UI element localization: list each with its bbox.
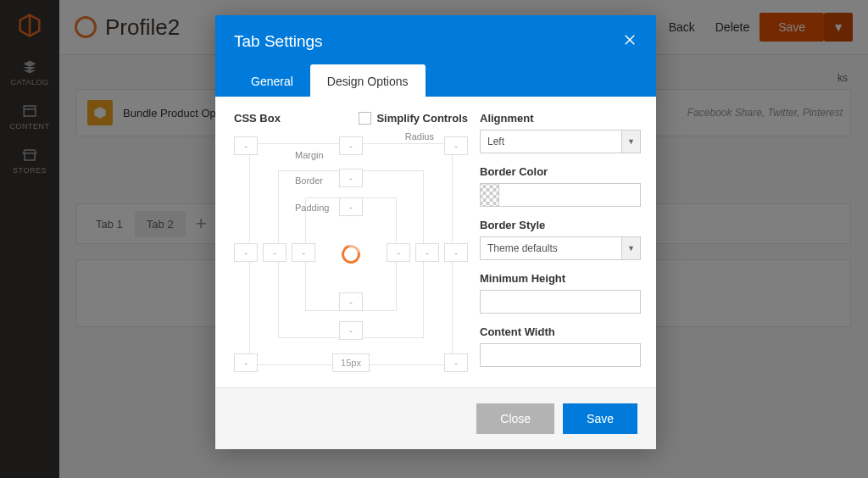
border-style-label: Border Style xyxy=(480,219,641,231)
border-style-select[interactable] xyxy=(480,236,622,260)
alignment-select[interactable] xyxy=(480,130,622,153)
margin-top-input[interactable]: - xyxy=(339,136,363,155)
min-height-field: Minimum Height xyxy=(480,272,641,314)
border-label: Border xyxy=(295,175,323,186)
content-width-label: Content Width xyxy=(480,325,641,338)
box-model-editor: Radius Margin Border Padding - - - - - -… xyxy=(234,131,468,377)
simplify-controls[interactable]: Simplify Controls xyxy=(359,112,468,125)
modal-save-btn[interactable]: Save xyxy=(563,403,637,434)
radius-tl-input[interactable]: - xyxy=(234,136,258,155)
simplify-checkbox[interactable] xyxy=(359,112,371,125)
tab-settings-modal: Tab Settings General Design Options CSS … xyxy=(215,15,656,449)
modal-footer: Close Save xyxy=(215,387,656,449)
content-width-field: Content Width xyxy=(480,325,641,367)
content-width-input[interactable] xyxy=(480,343,641,367)
border-left-input[interactable]: - xyxy=(263,243,287,262)
border-color-field: Border Color xyxy=(480,165,641,207)
border-bottom-input[interactable]: - xyxy=(339,321,363,340)
alignment-label: Alignment xyxy=(480,112,641,125)
modal-tabs: General Design Options xyxy=(234,64,637,97)
margin-left-input[interactable]: - xyxy=(234,243,258,262)
radius-tr-input[interactable]: - xyxy=(444,136,468,155)
padding-left-input[interactable]: - xyxy=(292,243,315,262)
border-color-input[interactable] xyxy=(498,183,641,207)
modal-close-btn[interactable]: Close xyxy=(476,403,554,434)
radius-br-input[interactable]: - xyxy=(444,353,468,372)
padding-bottom-input[interactable]: - xyxy=(339,292,363,311)
chevron-down-icon[interactable]: ▼ xyxy=(622,236,641,260)
modal-tab-general[interactable]: General xyxy=(234,64,310,97)
close-icon xyxy=(622,32,637,47)
border-style-field: Border Style ▼ xyxy=(480,219,641,260)
alignment-field: Alignment ▼ xyxy=(480,112,641,153)
modal-title: Tab Settings xyxy=(234,32,323,51)
min-height-input[interactable] xyxy=(480,290,641,314)
padding-top-input[interactable]: - xyxy=(339,197,363,216)
modal-tab-design[interactable]: Design Options xyxy=(310,64,426,97)
margin-right-input[interactable]: - xyxy=(444,243,468,262)
border-right-input[interactable]: - xyxy=(415,243,439,262)
margin-label: Margin xyxy=(295,150,324,160)
padding-right-input[interactable]: - xyxy=(387,243,410,262)
design-options-panel: Alignment ▼ Border Color Border Style ▼ xyxy=(480,112,641,379)
color-swatch[interactable] xyxy=(480,183,498,207)
border-color-label: Border Color xyxy=(480,165,641,178)
cssbox-panel: CSS Box Simplify Controls Radius Margin … xyxy=(234,112,468,379)
simplify-label: Simplify Controls xyxy=(376,112,468,125)
modal-header: Tab Settings General Design Options xyxy=(215,15,656,97)
modal-close-button[interactable] xyxy=(622,31,637,53)
min-height-label: Minimum Height xyxy=(480,272,641,285)
radius-bl-input[interactable]: - xyxy=(234,353,258,372)
padding-label: Padding xyxy=(295,203,329,213)
radius-label: Radius xyxy=(405,131,434,142)
border-top-input[interactable]: - xyxy=(339,169,363,187)
chevron-down-icon[interactable]: ▼ xyxy=(622,130,641,153)
margin-bottom-input[interactable]: 15px xyxy=(332,353,370,372)
cssbox-title: CSS Box xyxy=(234,112,281,125)
modal-body: CSS Box Simplify Controls Radius Margin … xyxy=(215,97,656,387)
